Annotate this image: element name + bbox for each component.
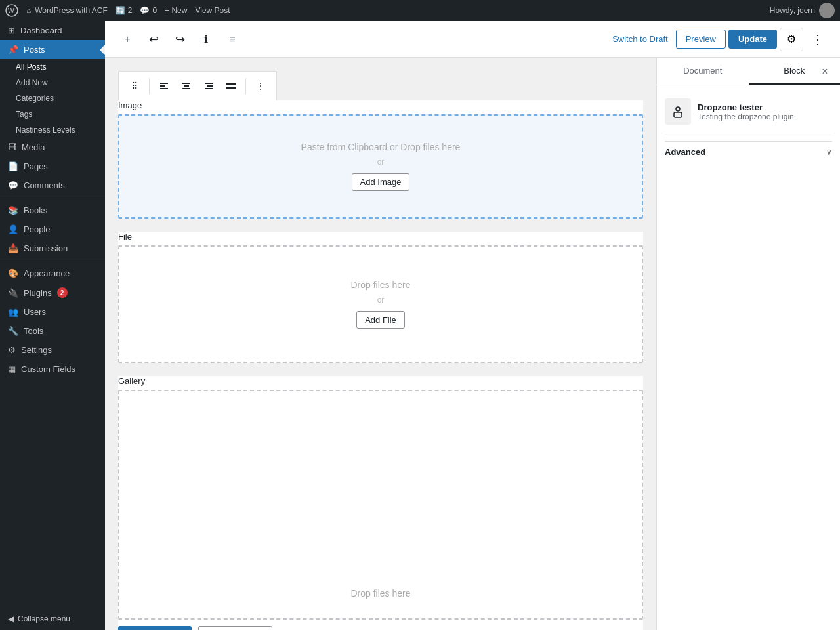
svg-rect-11 [226,83,236,85]
undo-button[interactable]: ↩ [142,28,165,51]
sidebar-subitem-add-new[interactable]: Add New [0,75,105,91]
add-icon: + [124,33,130,45]
gallery-dropzone[interactable]: Drop files here [118,390,643,620]
sidebar-subitem-all-posts[interactable]: All Posts [0,59,105,75]
sidebar-item-plugins[interactable]: 🔌 Plugins 2 [0,283,105,303]
switch-to-draft-button[interactable]: Switch to Draft [607,32,673,47]
svg-rect-9 [207,85,213,87]
sidebar-item-comments[interactable]: 💬 Comments [0,176,105,195]
gallery-label: Gallery [118,376,643,386]
canvas-area: ⠿ [105,58,656,630]
main-content: + ↩ ↪ ℹ ≡ Switch to Draft Preview Update… [105,21,840,630]
sidebar-subitem-nastiness-levels[interactable]: Nastiness Levels [0,122,105,138]
sidebar-subitem-tags[interactable]: Tags [0,106,105,122]
svg-rect-2 [160,83,168,84]
toolbar-separator [149,78,150,94]
panel-tabs: Document Block × [657,58,840,85]
ellipsis-icon: ⋮ [811,32,824,47]
svg-rect-12 [226,87,236,89]
editor-toolbar: + ↩ ↪ ℹ ≡ Switch to Draft Preview Update… [105,21,840,58]
file-dropzone[interactable]: Drop files here or Add File [118,245,643,363]
sidebar-item-dashboard[interactable]: ⊞ Dashboard [0,21,105,40]
panel-content: Dropzone tester Testing the dropzone plu… [657,85,840,170]
sidebar-item-appearance[interactable]: 🎨 Appearance [0,264,105,283]
sidebar-item-settings[interactable]: ⚙ Settings [0,341,105,360]
svg-rect-6 [184,85,189,87]
update-button[interactable]: Update [728,30,777,49]
sidebar-item-people[interactable]: 👤 People [0,220,105,239]
tab-document[interactable]: Document [657,58,749,85]
new-link[interactable]: + New [165,6,187,15]
collapse-menu-item[interactable]: ◀ Collapse menu [0,608,105,630]
preview-button[interactable]: Preview [676,30,726,49]
sidebar-item-tools[interactable]: 🔧 Tools [0,322,105,341]
panel-close-button[interactable]: × [815,62,835,81]
site-name[interactable]: ⌂ WordPress with ACF [26,6,108,15]
image-or-text: or [133,158,629,167]
list-view-button[interactable]: ≡ [220,28,244,51]
block-more-options[interactable]: ⋮ [250,75,271,96]
dashboard-icon: ⊞ [8,26,15,35]
sidebar: ⊞ Dashboard 📌 Posts All Posts Add New Ca… [0,21,105,630]
sidebar-item-submission[interactable]: 📥 Submission [0,239,105,258]
comments-link[interactable]: 💬 0 [140,6,157,15]
editor-body: ⠿ [105,58,840,630]
view-post-link[interactable]: View Post [195,6,230,15]
block-drag-handle[interactable]: ⠿ [124,75,145,96]
gear-icon: ⚙ [787,33,796,45]
posts-icon: 📌 [8,45,18,54]
sidebar-item-custom-fields[interactable]: ▦ Custom Fields [0,360,105,379]
advanced-label: Advanced [665,147,705,157]
svg-rect-3 [160,85,165,87]
home-icon: ⌂ [26,6,31,15]
custom-fields-icon: ▦ [8,364,16,374]
svg-rect-7 [182,88,190,89]
svg-rect-14 [674,112,682,117]
align-right-button[interactable] [198,75,219,96]
sidebar-item-books[interactable]: 📚 Books [0,201,105,220]
sidebar-item-media[interactable]: 🎞 Media [0,138,105,157]
sidebar-divider-2 [0,261,105,261]
users-icon: 👥 [8,307,18,317]
list-icon: ≡ [229,33,235,45]
block-info: Dropzone tester Testing the dropzone plu… [665,93,832,133]
collapse-icon: ◀ [8,614,14,623]
sidebar-item-posts[interactable]: 📌 Posts [0,40,105,59]
redo-button[interactable]: ↪ [168,28,192,51]
add-file-button[interactable]: Add File [356,311,405,329]
settings-icon: ⚙ [8,345,16,355]
svg-rect-5 [182,83,190,84]
sidebar-item-users[interactable]: 👥 Users [0,303,105,322]
comments-icon: 💬 [140,6,150,15]
align-left-button[interactable] [154,75,175,96]
books-icon: 📚 [8,205,18,215]
avatar [819,3,835,18]
align-center-button[interactable] [176,75,197,96]
drag-icon: ⠿ [131,81,138,91]
appearance-icon: 🎨 [8,268,18,278]
block-title: Dropzone tester [698,102,796,112]
svg-rect-10 [205,88,213,89]
media-icon: 🎞 [8,142,16,152]
howdy-menu[interactable]: Howdy, joern [770,3,835,18]
wp-logo-link[interactable]: W [5,4,18,17]
add-block-button[interactable]: + [116,28,139,51]
info-button[interactable]: ℹ [194,28,218,51]
image-dropzone[interactable]: Paste from Clipboard or Drop files here … [118,114,643,219]
bulk-actions-select[interactable]: Bulk actions [198,626,272,630]
block-icon [665,98,691,125]
wide-align-button[interactable] [220,75,242,96]
admin-bar: W ⌂ WordPress with ACF 🔄 2 💬 0 + New Vie… [0,0,840,21]
advanced-section[interactable]: Advanced ∨ [665,141,832,162]
more-options-button[interactable]: ⋮ [806,28,830,51]
gallery-block: Gallery Drop files here Add to gallery B… [118,376,643,630]
block-desc: Testing the dropzone plugin. [698,112,796,121]
svg-point-13 [676,107,680,111]
sidebar-subitem-categories[interactable]: Categories [0,91,105,106]
sidebar-item-pages[interactable]: 📄 Pages [0,157,105,176]
updates-link[interactable]: 🔄 2 [116,6,133,15]
file-label: File [118,232,643,242]
add-to-gallery-button[interactable]: Add to gallery [118,626,192,630]
settings-gear-button[interactable]: ⚙ [780,28,803,51]
add-image-button[interactable]: Add Image [352,173,410,191]
